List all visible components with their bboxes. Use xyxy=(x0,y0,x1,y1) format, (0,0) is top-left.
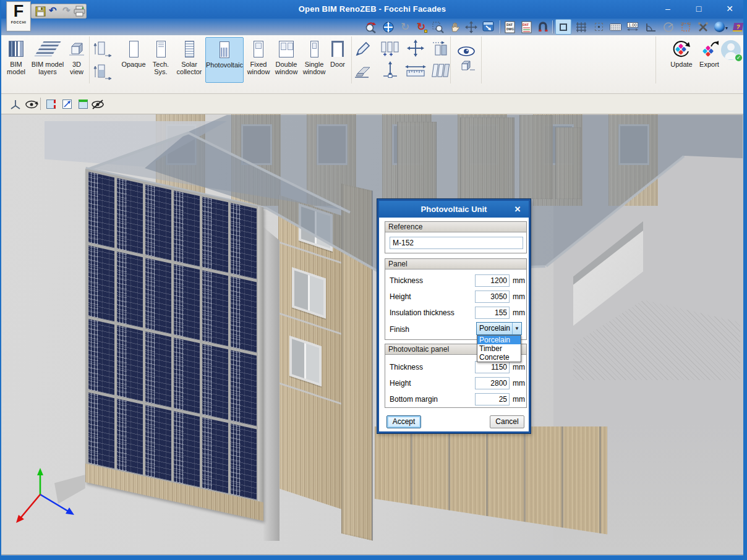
photovoltaic-icon xyxy=(220,40,229,59)
zoom-window-icon[interactable] xyxy=(430,19,446,35)
ribbon-button-single-window[interactable]: Single window xyxy=(301,37,328,83)
hide-elements-icon[interactable] xyxy=(90,96,105,112)
unit-label: mm xyxy=(513,379,525,388)
thickness-input[interactable]: 1200 xyxy=(475,274,510,287)
maximize-button[interactable]: □ xyxy=(686,1,711,16)
measure-icon[interactable] xyxy=(404,62,427,78)
ortho-mode-icon[interactable] xyxy=(555,19,571,35)
snap-grid-icon[interactable] xyxy=(591,19,607,35)
group-panels-icon[interactable] xyxy=(430,62,450,78)
pan-hand-icon[interactable] xyxy=(447,19,463,35)
previous-view-icon[interactable] xyxy=(480,19,497,35)
redo-icon: ↷ xyxy=(62,5,70,16)
edit-pencil-icon[interactable] xyxy=(354,40,372,57)
zoom-extents-icon[interactable] xyxy=(380,19,396,35)
redraw-zoom-icon[interactable] xyxy=(362,19,378,35)
field-label: Finish xyxy=(390,325,409,334)
floor-line xyxy=(278,382,344,405)
dialog-title[interactable]: Photovoltaic Unit xyxy=(379,201,529,218)
undo-icon[interactable]: ↶ xyxy=(49,5,57,16)
dropdown-option-timber[interactable]: Timber xyxy=(477,344,521,353)
visibility-3d-icon[interactable] xyxy=(454,45,479,72)
accept-button[interactable]: Accept xyxy=(386,415,421,428)
array-panel-icon[interactable] xyxy=(430,39,450,57)
ribbon-button-export[interactable]: Export xyxy=(696,37,722,83)
dropdown-option-porcelain[interactable]: Porcelain xyxy=(477,336,521,344)
ribbon-button-bim-model[interactable]: BIM model xyxy=(4,37,28,83)
reference-group-header: Reference xyxy=(385,222,526,232)
pv-panel xyxy=(174,411,200,487)
dxf-dwg-layers-icon[interactable]: DXF xyxy=(519,19,535,35)
tech-sys-icon xyxy=(156,39,166,59)
chevron-down-icon[interactable]: ▼ xyxy=(512,323,521,334)
ribbon-button-3d-view[interactable]: 3D view xyxy=(66,37,88,83)
ribbon-button-solar-collector[interactable]: Solar collector xyxy=(174,37,204,83)
facade-corner-return xyxy=(263,207,280,541)
axes-icon[interactable] xyxy=(7,96,23,112)
user-avatar[interactable]: ✓ xyxy=(721,40,741,60)
finish-dropdown[interactable]: Porcelain ▼ xyxy=(476,322,522,335)
pv-thickness-input[interactable]: 1150 xyxy=(475,361,510,373)
ribbon-button-photovoltaic[interactable]: Photovoltaic xyxy=(205,37,244,83)
tools-icon[interactable] xyxy=(695,19,711,35)
ribbon-separator xyxy=(655,36,656,83)
top-toolbar: ↻ ↻ DXFDWG DXF xyxy=(1,19,743,35)
dialog-close-icon[interactable]: ✕ xyxy=(511,201,524,218)
move-element-icon[interactable] xyxy=(406,39,425,57)
dimension-icon[interactable]: 1.00 xyxy=(625,19,641,35)
ribbon-button-update[interactable]: Update xyxy=(667,37,696,83)
dxf-dwg-icon[interactable]: DXFDWG xyxy=(502,19,518,35)
axis-triad xyxy=(6,468,80,525)
insulation-thickness-input[interactable]: 155 xyxy=(475,307,510,319)
save-icon[interactable] xyxy=(35,6,46,17)
ribbon-button-tech-sys[interactable]: Tech. Sys. xyxy=(148,37,173,83)
print-icon[interactable] xyxy=(74,6,85,17)
reference-input[interactable]: M-152 xyxy=(390,237,523,249)
focchi-logo[interactable]: F FOCCHI xyxy=(6,1,31,32)
single-window-icon xyxy=(310,39,318,59)
cancel-button[interactable]: Cancel xyxy=(490,415,524,428)
ribbon-button-double-window[interactable]: Double window xyxy=(272,37,301,83)
double-window-icon xyxy=(279,39,294,59)
ribbon-button-fixed-window[interactable]: Fixed window xyxy=(245,37,272,83)
grid-icon[interactable] xyxy=(573,19,589,35)
section-panel-green-icon[interactable] xyxy=(75,96,91,112)
snap-magnet-icon[interactable] xyxy=(535,19,551,35)
angle-icon[interactable] xyxy=(643,19,659,35)
copy-panels-icon[interactable] xyxy=(380,40,401,57)
photovoltaic-unit-dialog: Photovoltaic Unit ✕ Reference M-152 Pane… xyxy=(377,199,531,433)
selection-box-icon[interactable] xyxy=(678,19,694,35)
refresh-edit-icon[interactable]: ↻ xyxy=(413,19,429,35)
bottom-margin-input[interactable]: 25 xyxy=(475,393,510,405)
pv-panel xyxy=(174,337,200,414)
orbit-icon[interactable] xyxy=(23,96,39,112)
erase-icon[interactable] xyxy=(354,62,374,78)
ribbon-button-bim-model-layers[interactable]: BIM model layers xyxy=(30,37,66,83)
pv-panel xyxy=(88,245,114,321)
pv-facade[interactable] xyxy=(85,169,263,521)
export-icon xyxy=(699,39,720,59)
help-book-icon[interactable]: ?▾ xyxy=(730,19,746,35)
view-toolbar xyxy=(1,94,743,114)
insert-vertical-icon[interactable] xyxy=(93,61,114,81)
update-icon xyxy=(671,39,692,59)
minimize-button[interactable]: – xyxy=(655,1,680,16)
section-panel-diagonal-icon[interactable] xyxy=(59,96,75,112)
section-panel-red-icon[interactable] xyxy=(43,96,59,112)
pv-height-input[interactable]: 2800 xyxy=(475,377,510,389)
height-input[interactable]: 3050 xyxy=(475,291,510,303)
ribbon-button-opaque[interactable]: Opaque xyxy=(119,37,148,83)
ribbon-button-door[interactable]: Door xyxy=(327,37,349,83)
field-label: Thickness xyxy=(390,363,423,371)
insert-horizontal-icon[interactable] xyxy=(93,38,114,58)
model-viewport[interactable]: Photovoltaic Unit ✕ Reference M-152 Pane… xyxy=(1,114,743,555)
keyboard-icon[interactable] xyxy=(607,19,623,35)
close-button[interactable]: ✕ xyxy=(717,1,742,16)
move-view-icon[interactable] xyxy=(463,19,479,35)
ribbon-separator xyxy=(481,36,482,83)
pv-panel xyxy=(202,270,228,346)
pv-panel xyxy=(145,331,171,407)
language-globe-icon[interactable]: ▾ xyxy=(711,19,727,35)
move-vertical-icon[interactable] xyxy=(381,61,399,80)
dropdown-option-concrete[interactable]: Concrete xyxy=(477,353,521,362)
